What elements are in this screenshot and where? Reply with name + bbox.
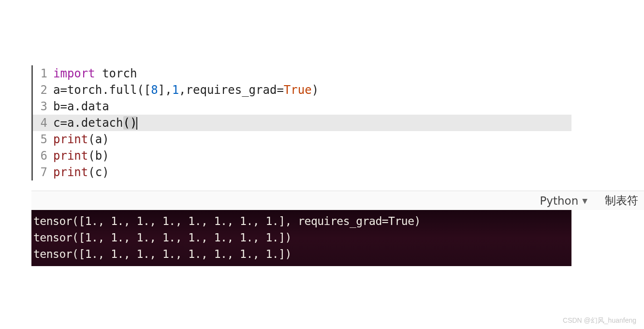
terminal-line: tensor([1., 1., 1., 1., 1., 1., 1., 1.]) bbox=[33, 246, 570, 262]
line-number: 3 bbox=[31, 98, 53, 115]
line-number: 5 bbox=[31, 131, 53, 148]
tab-width-label[interactable]: 制表符 bbox=[605, 193, 638, 208]
chevron-down-icon: ▼ bbox=[582, 197, 587, 205]
terminal-line: tensor([1., 1., 1., 1., 1., 1., 1., 1.]) bbox=[33, 229, 570, 246]
code-line[interactable]: 4c=a.detach() bbox=[31, 115, 571, 131]
line-content: b=a.data bbox=[53, 98, 109, 115]
code-line[interactable]: 1import torch bbox=[31, 65, 571, 82]
line-content: c=a.detach() bbox=[53, 115, 137, 131]
code-line[interactable]: 3b=a.data bbox=[31, 98, 571, 115]
line-content: import torch bbox=[53, 65, 137, 82]
status-bar: Python ▼ 制表符 bbox=[31, 191, 644, 210]
code-line[interactable]: 7print(c) bbox=[31, 164, 571, 180]
language-selector[interactable]: Python ▼ bbox=[540, 194, 587, 207]
code-editor[interactable]: 1import torch2a=torch.full([8],1,require… bbox=[31, 65, 571, 180]
code-line[interactable]: 6print(b) bbox=[31, 148, 571, 164]
line-number: 2 bbox=[31, 82, 53, 98]
gutter-border bbox=[31, 65, 33, 180]
line-content: print(a) bbox=[53, 131, 109, 148]
terminal-output[interactable]: tensor([1., 1., 1., 1., 1., 1., 1., 1.],… bbox=[31, 210, 571, 266]
watermark: CSDN @幻风_huanfeng bbox=[563, 316, 636, 325]
language-label: Python bbox=[540, 194, 578, 207]
text-cursor bbox=[136, 117, 137, 130]
line-number: 1 bbox=[31, 65, 53, 82]
line-content: print(b) bbox=[53, 148, 109, 164]
line-number: 6 bbox=[31, 148, 53, 164]
code-line[interactable]: 2a=torch.full([8],1,requires_grad=True) bbox=[31, 82, 571, 98]
line-number: 7 bbox=[31, 164, 53, 180]
code-line[interactable]: 5print(a) bbox=[31, 131, 571, 148]
line-content: a=torch.full([8],1,requires_grad=True) bbox=[53, 82, 319, 98]
line-number: 4 bbox=[31, 115, 53, 131]
line-content: print(c) bbox=[53, 164, 109, 180]
terminal-line: tensor([1., 1., 1., 1., 1., 1., 1., 1.],… bbox=[33, 213, 570, 229]
